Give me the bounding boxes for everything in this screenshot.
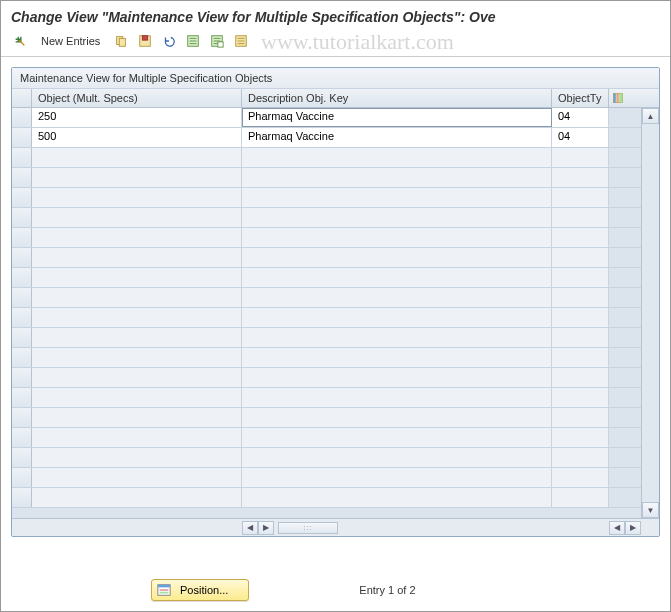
col-objecttype[interactable]: ObjectTy xyxy=(552,89,609,107)
cell-description xyxy=(242,288,552,307)
table-row xyxy=(12,488,641,508)
row-selector[interactable] xyxy=(12,228,32,247)
cell-objecttype xyxy=(552,328,609,347)
row-selector[interactable] xyxy=(12,428,32,447)
cell-description xyxy=(242,328,552,347)
row-selector[interactable] xyxy=(12,168,32,187)
cell-objecttype xyxy=(552,408,609,427)
row-selector[interactable] xyxy=(12,188,32,207)
table-row xyxy=(12,148,641,168)
scroll-thumb[interactable]: ::: xyxy=(278,522,338,534)
row-selector[interactable] xyxy=(12,128,32,147)
table-row xyxy=(12,468,641,488)
cell-object[interactable]: 250 xyxy=(32,108,242,127)
scroll-left-icon[interactable]: ◀ xyxy=(242,521,258,535)
cell-description xyxy=(242,248,552,267)
copy-icon[interactable] xyxy=(112,32,130,50)
row-selector[interactable] xyxy=(12,108,32,127)
cell-object xyxy=(32,248,242,267)
cell-description xyxy=(242,448,552,467)
cell-description xyxy=(242,408,552,427)
configure-columns-icon[interactable] xyxy=(609,89,627,107)
table-row xyxy=(12,308,641,328)
svg-rect-6 xyxy=(218,42,223,47)
cell-description xyxy=(242,348,552,367)
col-description[interactable]: Description Obj. Key xyxy=(242,89,552,107)
position-label: Position... xyxy=(180,584,228,596)
cell-description[interactable]: Pharmaq Vaccine xyxy=(242,108,552,127)
table-row xyxy=(12,428,641,448)
scroll-down-icon[interactable]: ▼ xyxy=(642,502,659,518)
table-row xyxy=(12,348,641,368)
delimit-icon[interactable] xyxy=(232,32,250,50)
row-selector[interactable] xyxy=(12,328,32,347)
cell-objecttype xyxy=(552,168,609,187)
svg-rect-11 xyxy=(620,94,623,103)
cell-description xyxy=(242,468,552,487)
table-row[interactable]: 250Pharmaq Vaccine04 xyxy=(12,108,641,128)
cell-objecttype xyxy=(552,448,609,467)
save-icon[interactable] xyxy=(136,32,154,50)
row-selector[interactable] xyxy=(12,348,32,367)
new-entries-button[interactable]: New Entries xyxy=(35,33,106,49)
vertical-scrollbar[interactable]: ▲ ▼ xyxy=(641,108,659,518)
col-object[interactable]: Object (Mult. Specs) xyxy=(32,89,242,107)
row-selector[interactable] xyxy=(12,448,32,467)
maintenance-panel: Maintenance View for Multiple Specificat… xyxy=(11,67,660,537)
table-row xyxy=(12,288,641,308)
cell-description xyxy=(242,228,552,247)
scroll-right2-icon[interactable]: ▶ xyxy=(625,521,641,535)
expand-icon[interactable] xyxy=(11,32,29,50)
cell-objecttype xyxy=(552,208,609,227)
cell-object xyxy=(32,448,242,467)
cell-objecttype[interactable]: 04 xyxy=(552,128,609,147)
svg-rect-14 xyxy=(160,589,169,591)
row-selector[interactable] xyxy=(12,488,32,507)
row-selector[interactable] xyxy=(12,148,32,167)
cell-objecttype xyxy=(552,428,609,447)
row-selector[interactable] xyxy=(12,308,32,327)
scroll-left2-icon[interactable]: ◀ xyxy=(609,521,625,535)
cell-description xyxy=(242,168,552,187)
cell-objecttype[interactable]: 04 xyxy=(552,108,609,127)
row-selector[interactable] xyxy=(12,468,32,487)
horizontal-scrollbar[interactable]: ◀ ▶ ::: ◀ ▶ xyxy=(12,518,659,536)
table-row[interactable]: 500Pharmaq Vaccine04 xyxy=(12,128,641,148)
row-selector[interactable] xyxy=(12,268,32,287)
select-all-icon[interactable] xyxy=(184,32,202,50)
deselect-all-icon[interactable] xyxy=(208,32,226,50)
table-row xyxy=(12,328,641,348)
scroll-track[interactable] xyxy=(642,124,659,502)
cell-description xyxy=(242,188,552,207)
scroll-up-icon[interactable]: ▲ xyxy=(642,108,659,124)
row-selector[interactable] xyxy=(12,368,32,387)
header-selector[interactable] xyxy=(12,89,32,107)
cell-description xyxy=(242,208,552,227)
cell-objecttype xyxy=(552,368,609,387)
scroll-right-icon[interactable]: ▶ xyxy=(258,521,274,535)
position-icon xyxy=(156,582,172,598)
grid-header: Object (Mult. Specs) Description Obj. Ke… xyxy=(12,89,659,108)
cell-objecttype xyxy=(552,248,609,267)
table-row xyxy=(12,388,641,408)
row-selector[interactable] xyxy=(12,408,32,427)
cell-objecttype xyxy=(552,348,609,367)
cell-object xyxy=(32,428,242,447)
footer: Position... Entry 1 of 2 xyxy=(1,579,670,601)
cell-object xyxy=(32,288,242,307)
cell-description xyxy=(242,308,552,327)
cell-object xyxy=(32,188,242,207)
row-selector[interactable] xyxy=(12,388,32,407)
entry-counter: Entry 1 of 2 xyxy=(359,584,415,596)
cell-description[interactable]: Pharmaq Vaccine xyxy=(242,128,552,147)
table-row xyxy=(12,448,641,468)
row-selector[interactable] xyxy=(12,248,32,267)
row-selector[interactable] xyxy=(12,208,32,227)
row-selector[interactable] xyxy=(12,288,32,307)
cell-object xyxy=(32,388,242,407)
cell-object xyxy=(32,268,242,287)
cell-description xyxy=(242,268,552,287)
undo-icon[interactable] xyxy=(160,32,178,50)
cell-object[interactable]: 500 xyxy=(32,128,242,147)
position-button[interactable]: Position... xyxy=(151,579,249,601)
